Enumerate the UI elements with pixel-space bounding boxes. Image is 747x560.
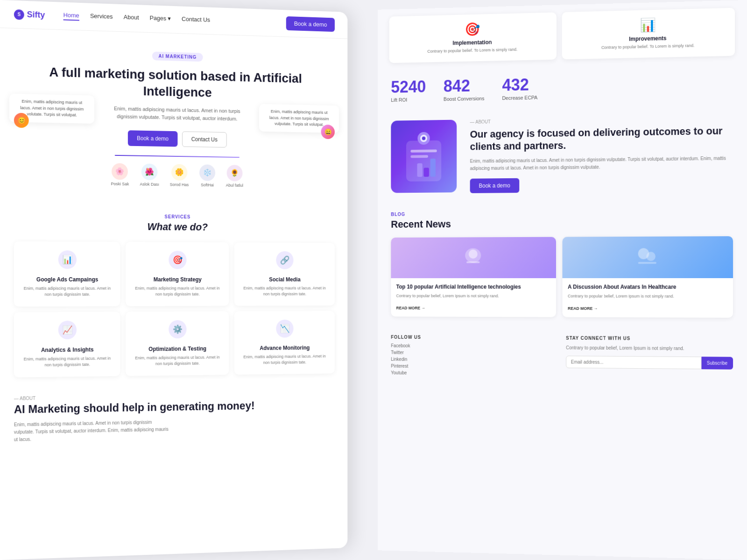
svg-point-25 <box>646 252 655 261</box>
footer-email-row: Subscribe <box>566 356 733 370</box>
stat-label-2: Boost Conversions <box>444 95 484 101</box>
logo-icon: S <box>14 9 24 20</box>
logo[interactable]: S Sifty <box>14 9 45 21</box>
about-title-left: AI Marketing should help in generating m… <box>14 398 335 416</box>
about-section-right: — ABOUT Our agency is focused on deliver… <box>378 106 747 203</box>
svg-text:🎯: 🎯 <box>173 255 183 265</box>
avatar-name-4: SoftHai <box>201 182 214 187</box>
service-icon-2: 🎯 <box>132 250 223 273</box>
avatar-circle-2: 🌺 <box>141 163 158 180</box>
avatar-2: 🌺 Aslok Dası <box>140 163 159 187</box>
blog-label: BLOG <box>391 210 733 217</box>
service-desc-1: Enim, mattis adipiscing mauris ut lacus.… <box>21 286 114 298</box>
blog-section: BLOG Recent News Top 10 popular Artifici… <box>378 200 747 327</box>
service-card-3: 🔗 Social Media Enim, mattis adipiscing m… <box>234 242 335 306</box>
blog-card-body-2: A Discussion About Avatars In Healthcare… <box>563 278 733 318</box>
service-desc-2: Enim, mattis adipiscing mauris ut lacus.… <box>132 286 223 298</box>
testimonial-left-avatar: 😊 <box>14 112 29 128</box>
svg-text:🔗: 🔗 <box>280 255 290 265</box>
service-card-4: 📈 Analytics & Insights Enim, mattis adip… <box>14 312 120 378</box>
svg-rect-19 <box>424 168 429 177</box>
svg-rect-23 <box>466 261 479 263</box>
footer-pinterest[interactable]: Pinterest <box>391 363 552 370</box>
footer-connect-col: STAY CONNECT WITH US Contrary to popular… <box>566 336 733 380</box>
avatar-circle-1: 🌸 <box>112 163 128 180</box>
svg-rect-18 <box>417 163 422 176</box>
about-heading-right: Our agency is focused on delivering outc… <box>470 124 733 153</box>
services-section: SERVICES What we do? 📊 Google Ads Campai… <box>0 199 347 387</box>
service-icon-4: 📈 <box>21 320 114 343</box>
svg-text:⚙️: ⚙️ <box>173 324 183 335</box>
stat-number-3: 432 <box>502 76 537 93</box>
service-desc-3: Enim, mattis adipiscing mauris ut lacus.… <box>240 285 329 297</box>
service-icon-6: 📉 <box>240 319 329 341</box>
about-book-button[interactable]: Book a demo <box>470 178 519 193</box>
services-label: SERVICES <box>14 213 335 220</box>
stat-2: 842 Boost Conversions <box>444 77 484 101</box>
service-desc-5: Enim, mattis adipiscing mauris ut lacus.… <box>132 354 223 367</box>
footer-youtube[interactable]: Youtube <box>391 370 552 377</box>
testimonial-right-text: Enim, mattis adipiscing mauris ut lacus.… <box>269 109 329 127</box>
blog-read-more-2[interactable]: READ MORE <box>568 306 598 311</box>
service-name-1: Google Ads Campaings <box>21 276 114 283</box>
testimonial-left: Enim, mattis adipiscing mauris ut lacus.… <box>9 93 94 123</box>
blog-read-more-1[interactable]: READ MORE <box>396 306 425 310</box>
stat-label-3: Decrease ECPA <box>502 94 537 100</box>
avatar-name-3: Sorod Has <box>170 182 189 187</box>
blog-cards: Top 10 popular Artificial Intelligence t… <box>391 236 733 318</box>
footer-facebook[interactable]: Facebook <box>391 343 552 349</box>
avatar-3: 🌼 Sorod Has <box>170 164 189 187</box>
service-desc-4: Enim, mattis adipiscing mauris ut lacus.… <box>21 356 114 369</box>
footer-connect-desc: Contrary to popular belief, Lorem Ipsum … <box>566 344 733 352</box>
footer-follow-col: FOLLOW US Facebook Twitter Linkedin Pint… <box>391 335 552 378</box>
service-icon-1: 📊 <box>21 250 114 273</box>
nav-home[interactable]: Home <box>63 12 79 21</box>
service-name-2: Marketing Strategy <box>132 276 223 283</box>
avatar-name-1: Poski Sak <box>111 182 129 186</box>
top-card-1: 🎯 Implementation Contrary to popular bel… <box>389 12 557 63</box>
blog-card-2: A Discussion About Avatars In Healthcare… <box>563 236 733 318</box>
avatar-4: ❄️ SoftHai <box>199 164 215 187</box>
footer-email-input[interactable] <box>566 356 701 369</box>
nav-contact[interactable]: Contact Us <box>182 15 210 25</box>
hero-subtitle: Enim, mattis adipiscing mauris ut lacus.… <box>106 105 248 124</box>
nav-services[interactable]: Services <box>90 13 113 22</box>
service-card-2: 🎯 Marketing Strategy Enim, mattis adipis… <box>126 242 229 306</box>
hero-badge: AI MARKETING <box>152 51 203 62</box>
blog-card-body-1: Top 10 popular Artificial Intelligence t… <box>391 278 556 317</box>
svg-rect-14 <box>410 155 428 158</box>
hero-contact-button[interactable]: Contact Us <box>182 131 227 147</box>
stat-3: 432 Decrease ECPA <box>502 76 537 100</box>
footer-follow-title: FOLLOW US <box>391 335 552 341</box>
service-name-4: Analytics & Insights <box>21 346 114 354</box>
stat-number-1: 5240 <box>391 78 426 95</box>
avatars-row: 🌸 Poski Sak 🌺 Aslok Dası 🌼 Sorod Has ❄️ … <box>14 161 335 189</box>
service-name-3: Social Media <box>240 276 329 283</box>
avatar-name-5: Abul fatlul <box>226 183 243 188</box>
footer-section: FOLLOW US Facebook Twitter Linkedin Pint… <box>378 325 747 389</box>
stat-number-2: 842 <box>444 77 484 94</box>
avatar-name-2: Aslok Dası <box>140 182 159 187</box>
top-card-icon-1: 🎯 <box>395 20 550 38</box>
svg-rect-20 <box>430 158 436 176</box>
svg-text:📉: 📉 <box>280 323 290 333</box>
service-card-6: 📉 Advance Monitoring Enim, mattis adipis… <box>234 311 335 375</box>
nav-book-button[interactable]: Book a demo <box>286 16 335 32</box>
about-text-right: Enim, mattis adipiscing mauris ut lacus.… <box>470 154 733 172</box>
avatar-circle-5: 🌻 <box>226 165 242 181</box>
footer-subscribe-button[interactable]: Subscribe <box>701 357 733 369</box>
left-panel: S Sifty Home Services About Pages Contac… <box>0 0 347 560</box>
nav-about[interactable]: About <box>124 14 139 23</box>
service-name-6: Advance Monitoring <box>240 344 329 351</box>
nav-pages[interactable]: Pages <box>150 14 171 24</box>
about-label-right: — ABOUT <box>470 115 733 124</box>
footer-twitter[interactable]: Twitter <box>391 350 552 356</box>
service-icon-3: 🔗 <box>240 251 329 273</box>
hero-section: Enim, mattis adipiscing mauris ut lacus.… <box>0 28 347 203</box>
top-card-desc-1: Contrary to popular belief. To Lorem is … <box>395 46 550 55</box>
blog-card-text-2: Contrary to popular belief, Lorem Ipsum … <box>568 294 727 300</box>
footer-linkedin[interactable]: Linkedin <box>391 357 552 363</box>
avatar-5: 🌻 Abul fatlul <box>226 165 243 188</box>
hero-divider <box>115 155 240 158</box>
hero-book-button[interactable]: Book a demo <box>128 130 177 147</box>
